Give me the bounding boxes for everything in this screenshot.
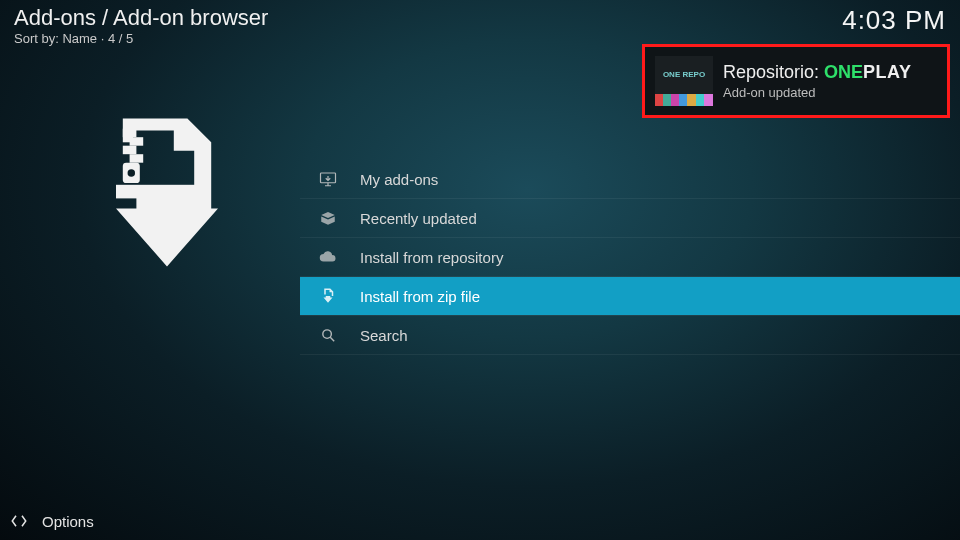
footer-options-label: Options (42, 513, 94, 530)
options-icon (10, 512, 28, 530)
notification-thumbnail: ONE REPO (655, 56, 713, 106)
svg-rect-3 (123, 146, 137, 155)
cloud-down-icon (318, 247, 338, 267)
menu-item-search[interactable]: Search (300, 316, 960, 354)
clock: 4:03 PM (842, 5, 946, 36)
menu-item-install-from-repository[interactable]: Install from repository (300, 238, 960, 276)
footer-options[interactable]: Options (10, 512, 94, 530)
notification-title: Repositorio: ONEPLAY (723, 62, 937, 83)
notification-toast: ONE REPO Repositorio: ONEPLAY Add-on upd… (642, 44, 950, 118)
menu-item-label: Install from repository (360, 249, 503, 266)
menu-item-label: My add-ons (360, 171, 438, 188)
svg-rect-1 (123, 129, 137, 138)
menu-item-install-from-zip[interactable]: Install from zip file (300, 277, 960, 315)
notification-title-accent2: PLAY (863, 62, 911, 82)
monitor-icon (318, 169, 338, 189)
menu-item-label: Search (360, 327, 408, 344)
search-icon (318, 325, 338, 345)
menu-list: My add-ons Recently updated Install from… (300, 160, 960, 355)
menu-item-recently-updated[interactable]: Recently updated (300, 199, 960, 237)
svg-rect-7 (116, 185, 201, 199)
notification-thumb-text: ONE REPO (655, 56, 713, 94)
svg-point-9 (322, 329, 331, 338)
install-from-zip-large-icon (65, 110, 235, 280)
notification-title-accent1: ONE (824, 62, 863, 82)
notification-thumb-strip (655, 94, 713, 106)
notification-text: Repositorio: ONEPLAY Add-on updated (723, 62, 937, 100)
menu-item-label: Recently updated (360, 210, 477, 227)
divider (300, 354, 960, 355)
menu-item-my-addons[interactable]: My add-ons (300, 160, 960, 198)
notification-subtitle: Add-on updated (723, 85, 937, 100)
svg-rect-0 (130, 120, 144, 129)
svg-point-6 (128, 169, 135, 176)
sidebar (0, 0, 300, 540)
svg-rect-2 (130, 137, 144, 146)
svg-rect-4 (130, 154, 144, 163)
notification-title-prefix: Repositorio: (723, 62, 824, 82)
menu-item-label: Install from zip file (360, 288, 480, 305)
box-open-icon (318, 208, 338, 228)
zip-file-icon (318, 286, 338, 306)
